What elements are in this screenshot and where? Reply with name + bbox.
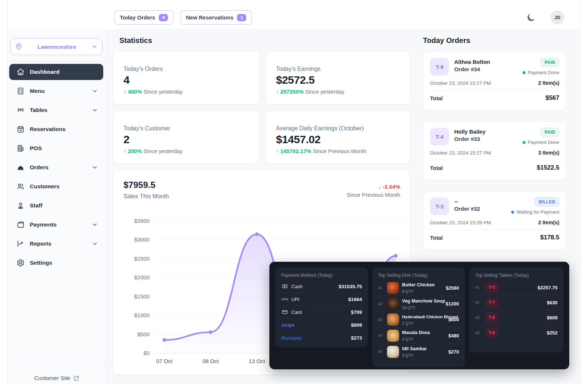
divider — [430, 90, 559, 90]
stat-value: $1457.02 — [276, 133, 399, 146]
svg-text:08 Oct: 08 Oct — [202, 358, 219, 364]
dish-qty: 4 QTY — [402, 337, 413, 341]
sidebar-nav: Dashboard Menu Tables Reservations — [9, 64, 103, 274]
user-avatar[interactable]: JD — [551, 11, 564, 24]
stat-label: Average Daily Earnings (October) — [276, 125, 399, 132]
total-label: Total — [430, 95, 443, 101]
table-badge: T-3 — [430, 198, 449, 215]
status-note: Payment Done — [528, 140, 559, 145]
app-window: Today Orders 4 New Reservations 1 JD Law… — [7, 0, 581, 384]
arrow-up-icon: ↑ — [123, 148, 126, 154]
dish-rank: #2 — [378, 302, 384, 306]
dish-name: Idli Sambar — [402, 346, 427, 351]
sidebar-item-pos[interactable]: POS — [9, 140, 103, 156]
statistics-title: Statistics — [119, 36, 152, 45]
order-datetime: October 23, 2024 15:27 PM — [430, 150, 491, 156]
location-selector[interactable]: Lawrenceshire — [10, 38, 103, 55]
sidebar-item-orders[interactable]: Orders — [9, 159, 103, 175]
new-reservations-count-badge: 1 — [237, 14, 246, 21]
sidebar-item-label: Dashboard — [30, 69, 98, 75]
sidebar-item-dashboard[interactable]: Dashboard — [9, 64, 103, 80]
svg-text:$3500: $3500 — [134, 218, 150, 224]
sidebar-item-label: POS — [30, 145, 98, 152]
sidebar-item-reservations[interactable]: Reservations — [9, 121, 103, 137]
dish-panel-title: Top Selling Dish (Today) — [378, 273, 459, 278]
stat-period: Since yesterday — [143, 148, 183, 154]
dish-rank: #4 — [378, 333, 384, 338]
dish-amount: $1200 — [446, 301, 459, 307]
sidebar-item-staff[interactable]: Staff — [9, 198, 103, 214]
table-name-badge: T-6 — [485, 327, 499, 338]
dish-image — [387, 330, 399, 342]
dish-rank: #3 — [378, 318, 384, 322]
content-area: Lawrenceshire Dashboard Menu T — [8, 30, 580, 384]
map-pin-icon — [15, 43, 22, 50]
order-items-count: 3 Item(s) — [538, 150, 559, 156]
today-orders-count-badge: 4 — [159, 14, 168, 21]
dish-qty: 2 QTY — [402, 321, 413, 326]
status-dot — [523, 141, 526, 144]
home-icon — [17, 68, 25, 76]
stat-delta: 200% — [128, 148, 142, 154]
users-icon — [17, 182, 25, 191]
chevron-down-icon — [92, 240, 98, 247]
svg-text:07 Oct: 07 Oct — [156, 358, 173, 364]
order-card[interactable]: T-3 -- Order #32 BILLED Waiting for Paym… — [423, 191, 566, 250]
sidebar-item-reports[interactable]: Reports — [9, 236, 103, 252]
order-card[interactable]: T-9 Althea Bolton Order #34 PAID Payment… — [423, 52, 566, 111]
stat-value: 4 — [123, 74, 249, 86]
payment-amount: $273 — [351, 335, 362, 341]
payment-panel-title: Payment Method (Today) — [281, 273, 362, 278]
sidebar-item-label: Staff — [30, 202, 98, 209]
status-dot — [523, 71, 526, 74]
sidebar-item-customers[interactable]: Customers — [9, 178, 103, 195]
stat-card-todays-orders: Today's Orders 4 ↑ 400% Since yesterday — [113, 51, 259, 105]
order-number: Order #34 — [454, 66, 523, 72]
payment-method-label: UPI — [291, 297, 348, 302]
sidebar-item-tables[interactable]: Tables — [9, 102, 103, 118]
table-rank: #2 — [475, 300, 481, 305]
order-card[interactable]: T-4 Holly Bailey Order #33 PAID Payment … — [423, 122, 566, 180]
menu-card-icon — [17, 87, 25, 95]
sidebar-item-payments[interactable]: Payments — [9, 217, 103, 233]
status-dot — [511, 211, 514, 214]
customer-site-label: Customer Site — [34, 375, 70, 381]
order-datetime: October 23, 2024 15:27 PM — [430, 80, 491, 86]
svg-text:$1000: $1000 — [134, 312, 150, 318]
payment-amount: $31535.75 — [338, 284, 362, 289]
sidebar-item-menu[interactable]: Menu — [9, 83, 103, 99]
pos-terminal-icon — [17, 144, 25, 152]
today-orders-button[interactable]: Today Orders 4 — [114, 10, 173, 25]
stat-label: Today's Earnings — [276, 66, 399, 72]
arrow-up-icon: ↑ — [276, 148, 279, 154]
svg-text:13 Oct: 13 Oct — [249, 358, 265, 364]
stat-value: 2 — [123, 133, 249, 146]
chevron-down-icon — [91, 43, 98, 50]
total-label: Total — [430, 165, 443, 171]
today-orders-title: Today Orders — [423, 36, 470, 45]
payment-amount: $609 — [351, 322, 362, 328]
dish-name: Veg Manchow Soup — [402, 298, 445, 304]
calendar-check-icon — [17, 125, 25, 133]
divider — [430, 229, 559, 230]
table-name-badge: T-7 — [485, 297, 499, 308]
sidebar-footer-divider — [8, 362, 106, 362]
dish-image — [387, 282, 399, 294]
dark-mode-toggle-moon-icon[interactable] — [526, 12, 536, 23]
order-number: Order #32 — [454, 206, 511, 212]
stat-delta: 400% — [128, 88, 142, 95]
sidebar-item-label: Reports — [30, 240, 92, 247]
table-badge: T-9 — [430, 58, 449, 76]
dish-image — [387, 298, 399, 310]
razorpay-logo: Razorpay — [281, 336, 351, 341]
stat-delta: 257250% — [280, 88, 304, 95]
new-reservations-button[interactable]: New Reservations 1 — [180, 10, 252, 25]
sidebar-item-settings[interactable]: Settings — [9, 255, 103, 271]
top-selling-tables-panel: Top Selling Tables (Today) #1 T-5 $2257.… — [469, 267, 563, 352]
chevron-down-icon — [92, 88, 98, 94]
sidebar-item-label: Customers — [30, 183, 98, 190]
table-badge: T-4 — [430, 128, 449, 145]
status-badge: PAID — [541, 128, 559, 137]
order-number: Order #33 — [454, 136, 523, 142]
customer-site-link[interactable]: Customer Site — [8, 375, 106, 381]
